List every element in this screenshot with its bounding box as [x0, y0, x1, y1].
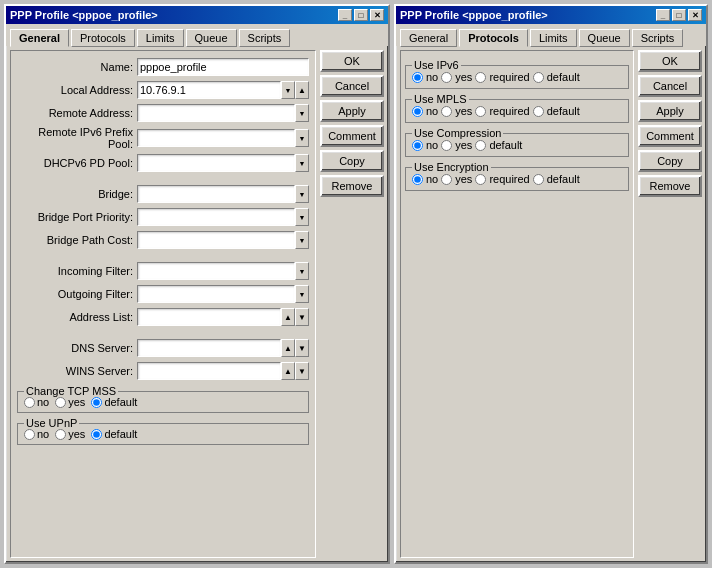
cancel-button-2[interactable]: Cancel: [638, 75, 702, 97]
close-btn-1[interactable]: ✕: [370, 9, 384, 21]
ipv6-radio-row: no yes required default: [412, 69, 622, 85]
mpls-default-radio[interactable]: [533, 106, 544, 117]
upnp-label: Use UPnP: [24, 417, 79, 429]
upnp-yes-radio[interactable]: [55, 429, 66, 440]
remote-ipv6-row: Remote IPv6 Prefix Pool: ▼: [17, 126, 309, 150]
ipv6-no-radio[interactable]: [412, 72, 423, 83]
ipv6-label: Use IPv6: [412, 59, 461, 71]
bridge-input[interactable]: [137, 185, 295, 203]
tcp-mss-group: Change TCP MSS no yes default: [17, 391, 309, 413]
tab-bar-1: General Protocols Limits Queue Scripts: [6, 24, 388, 46]
compression-yes-radio[interactable]: [441, 140, 452, 151]
mpls-label: Use MPLS: [412, 93, 469, 105]
bridge-path-input[interactable]: [137, 231, 295, 249]
encryption-required-label: required: [489, 173, 529, 185]
bridge-port-input[interactable]: [137, 208, 295, 226]
encryption-yes-radio[interactable]: [441, 174, 452, 185]
incoming-input[interactable]: [137, 262, 295, 280]
encryption-default-radio[interactable]: [533, 174, 544, 185]
wins-wrapper: ▲ ▼: [137, 362, 309, 380]
tab-queue-1[interactable]: Queue: [186, 29, 237, 47]
local-address-up[interactable]: ▲: [295, 81, 309, 99]
ipv6-required-radio[interactable]: [475, 72, 486, 83]
wins-up[interactable]: ▲: [281, 362, 295, 380]
mpls-required-radio[interactable]: [475, 106, 486, 117]
outgoing-input[interactable]: [137, 285, 295, 303]
outgoing-dropdown[interactable]: ▼: [295, 285, 309, 303]
upnp-no-label: no: [37, 428, 49, 440]
wins-down[interactable]: ▼: [295, 362, 309, 380]
tab-queue-2[interactable]: Queue: [579, 29, 630, 47]
dhcpv6-dropdown[interactable]: ▼: [295, 154, 309, 172]
bridge-path-label: Bridge Path Cost:: [17, 234, 137, 246]
compression-group: Use Compression no yes default: [405, 133, 629, 157]
address-list-input[interactable]: [137, 308, 281, 326]
dns-down[interactable]: ▼: [295, 339, 309, 357]
close-btn-2[interactable]: ✕: [688, 9, 702, 21]
comment-button-2[interactable]: Comment: [638, 125, 702, 147]
encryption-no-radio[interactable]: [412, 174, 423, 185]
tab-general-1[interactable]: General: [10, 29, 69, 47]
tab-general-2[interactable]: General: [400, 29, 457, 47]
address-list-row: Address List: ▲ ▼: [17, 307, 309, 327]
minimize-btn-1[interactable]: _: [338, 9, 352, 21]
encryption-yes-label: yes: [455, 173, 472, 185]
apply-button-2[interactable]: Apply: [638, 100, 702, 122]
compression-no-radio[interactable]: [412, 140, 423, 151]
tab-protocols-2[interactable]: Protocols: [459, 29, 528, 47]
wins-row: WINS Server: ▲ ▼: [17, 361, 309, 381]
compression-default-radio[interactable]: [475, 140, 486, 151]
bridge-path-dropdown[interactable]: ▼: [295, 231, 309, 249]
dhcpv6-input[interactable]: [137, 154, 295, 172]
comment-button-1[interactable]: Comment: [320, 125, 384, 147]
maximize-btn-1[interactable]: □: [354, 9, 368, 21]
remote-address-input[interactable]: [137, 104, 295, 122]
name-input[interactable]: [137, 58, 309, 76]
remove-button-2[interactable]: Remove: [638, 175, 702, 197]
copy-button-2[interactable]: Copy: [638, 150, 702, 172]
dns-input[interactable]: [137, 339, 281, 357]
copy-button-1[interactable]: Copy: [320, 150, 384, 172]
ipv6-default-radio[interactable]: [533, 72, 544, 83]
cancel-button-1[interactable]: Cancel: [320, 75, 384, 97]
tcp-mss-no-radio[interactable]: [24, 397, 35, 408]
remote-ipv6-input[interactable]: [137, 129, 295, 147]
local-address-input[interactable]: [137, 81, 281, 99]
tcp-mss-yes-radio[interactable]: [55, 397, 66, 408]
tcp-mss-default-radio[interactable]: [91, 397, 102, 408]
minimize-btn-2[interactable]: _: [656, 9, 670, 21]
address-list-down[interactable]: ▼: [295, 308, 309, 326]
encryption-required-radio[interactable]: [475, 174, 486, 185]
apply-button-1[interactable]: Apply: [320, 100, 384, 122]
remote-ipv6-dropdown[interactable]: ▼: [295, 129, 309, 147]
bridge-dropdown[interactable]: ▼: [295, 185, 309, 203]
upnp-default-group: default: [91, 428, 137, 440]
local-address-label: Local Address:: [17, 84, 137, 96]
upnp-default-radio[interactable]: [91, 429, 102, 440]
ipv6-default-label: default: [547, 71, 580, 83]
title-bar-2: PPP Profile <pppoe_profile> _ □ ✕: [396, 6, 706, 24]
tab-scripts-2[interactable]: Scripts: [632, 29, 684, 47]
remote-address-dropdown[interactable]: ▼: [295, 104, 309, 122]
local-address-dropdown[interactable]: ▼: [281, 81, 295, 99]
tab-scripts-1[interactable]: Scripts: [239, 29, 291, 47]
mpls-no-radio[interactable]: [412, 106, 423, 117]
maximize-btn-2[interactable]: □: [672, 9, 686, 21]
ok-button-2[interactable]: OK: [638, 50, 702, 72]
upnp-no-radio[interactable]: [24, 429, 35, 440]
mpls-yes-radio[interactable]: [441, 106, 452, 117]
bridge-port-dropdown[interactable]: ▼: [295, 208, 309, 226]
remove-button-1[interactable]: Remove: [320, 175, 384, 197]
tab-limits-1[interactable]: Limits: [137, 29, 184, 47]
tab-limits-2[interactable]: Limits: [530, 29, 577, 47]
incoming-dropdown[interactable]: ▼: [295, 262, 309, 280]
dns-up[interactable]: ▲: [281, 339, 295, 357]
address-list-up[interactable]: ▲: [281, 308, 295, 326]
remote-ipv6-wrapper: ▼: [137, 129, 309, 147]
ipv6-yes-radio[interactable]: [441, 72, 452, 83]
mpls-radio-row: no yes required default: [412, 103, 622, 119]
tab-protocols-1[interactable]: Protocols: [71, 29, 135, 47]
ok-button-1[interactable]: OK: [320, 50, 384, 72]
upnp-yes-group: yes: [55, 428, 85, 440]
wins-input[interactable]: [137, 362, 281, 380]
